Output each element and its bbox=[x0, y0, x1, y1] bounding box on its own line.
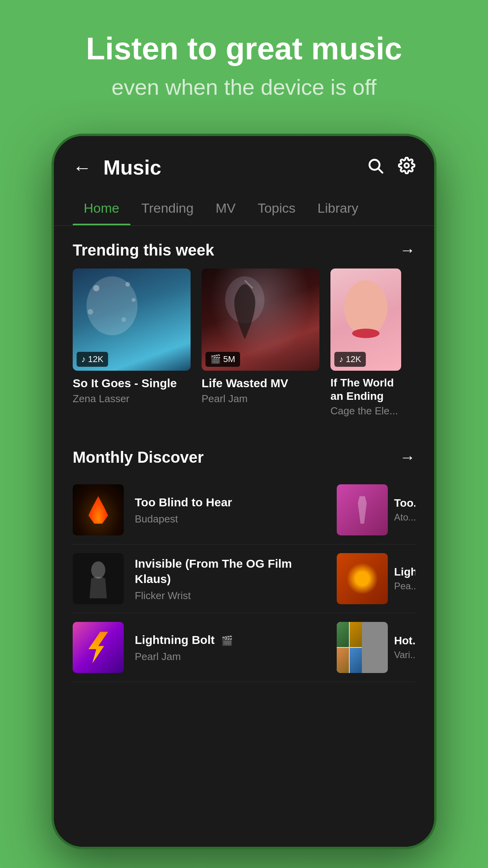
trending-card-title-1: So It Goes - Single bbox=[73, 376, 191, 390]
sun-icon bbox=[347, 563, 378, 594]
monthly-section: Monthly Discover → Too Blind to Hear bbox=[54, 433, 434, 690]
right-title-1: Too... bbox=[394, 497, 415, 509]
app-header: ← Music bbox=[54, 136, 434, 191]
svg-point-4 bbox=[93, 285, 99, 291]
discover-thumb-3 bbox=[73, 622, 124, 673]
hero-title: Listen to great music bbox=[16, 31, 472, 66]
trending-card-artist-2: Pearl Jam bbox=[202, 393, 319, 405]
discover-right-thumb-1 bbox=[337, 484, 388, 535]
header-icons bbox=[367, 157, 415, 178]
trending-thumb-2: 🎬5M bbox=[202, 268, 319, 371]
grid-cell-colorful bbox=[350, 622, 362, 647]
trending-cards-list: ♪12K So It Goes - Single Zena Lasser bbox=[54, 268, 434, 433]
main-content: Trending this week → bbox=[54, 226, 434, 847]
discover-info-1: Too Blind to Hear Budapest bbox=[135, 495, 326, 525]
trending-card-1[interactable]: ♪12K So It Goes - Single Zena Lasser bbox=[73, 268, 191, 417]
svg-point-6 bbox=[132, 298, 136, 302]
discover-right-1: Too... Ato... bbox=[337, 484, 415, 535]
tab-topics[interactable]: Topics bbox=[247, 191, 306, 225]
hero-section: Listen to great music even when the devi… bbox=[0, 0, 488, 124]
trending-thumb-3: ♪12K bbox=[330, 268, 401, 371]
svg-point-2 bbox=[405, 164, 409, 168]
discover-right-thumb-3 bbox=[337, 622, 388, 673]
discover-info-2: Invisible (From The OG Film Klaus) Flick… bbox=[135, 556, 326, 602]
right-info-1: Too... Ato... bbox=[394, 497, 415, 523]
trending-badge-3: ♪12K bbox=[334, 352, 366, 367]
svg-point-8 bbox=[121, 317, 126, 322]
person-icon bbox=[354, 496, 371, 524]
hero-subtitle: even when the device is off bbox=[16, 74, 472, 100]
tab-home[interactable]: Home bbox=[73, 191, 130, 225]
grid-cell-nature bbox=[337, 622, 349, 647]
discover-right-thumb-2 bbox=[337, 553, 388, 604]
discover-right-3: Hot... Vari... bbox=[337, 622, 415, 673]
right-info-2: Ligh... Pea... bbox=[394, 566, 415, 592]
svg-point-5 bbox=[125, 282, 130, 287]
discover-thumb-1 bbox=[73, 484, 124, 535]
trending-card-artist-1: Zena Lasser bbox=[73, 393, 191, 405]
trending-thumb-1: ♪12K bbox=[73, 268, 191, 371]
tab-mv[interactable]: MV bbox=[205, 191, 247, 225]
grid-cell-blue bbox=[350, 648, 362, 673]
discover-artist-1: Budapest bbox=[135, 513, 326, 525]
grid-cell-warm bbox=[337, 648, 349, 673]
phone-device: ← Music Home bbox=[51, 134, 437, 849]
back-button[interactable]: ← bbox=[73, 157, 92, 178]
monthly-section-title: Monthly Discover bbox=[73, 449, 204, 466]
discover-title-1: Too Blind to Hear bbox=[135, 495, 326, 510]
navigation-tabs: Home Trending MV Topics Library bbox=[54, 191, 434, 226]
fire-icon bbox=[88, 496, 108, 524]
discover-row-2[interactable]: Invisible (From The OG Film Klaus) Flick… bbox=[73, 544, 415, 613]
trending-section-header: Trending this week → bbox=[54, 226, 434, 268]
trending-card-title-2: Life Wasted MV bbox=[202, 376, 319, 390]
discover-info-3: Lightning Bolt 🎬 Pearl Jam bbox=[135, 632, 326, 663]
tab-trending[interactable]: Trending bbox=[130, 191, 205, 225]
discover-row-3[interactable]: Lightning Bolt 🎬 Pearl Jam bbox=[73, 613, 415, 682]
right-title-2: Ligh... bbox=[394, 566, 415, 578]
right-info-3: Hot... Vari... bbox=[394, 634, 415, 660]
discover-title-2: Invisible (From The OG Film Klaus) bbox=[135, 556, 326, 587]
phone-screen: ← Music Home bbox=[54, 136, 434, 847]
trending-section-title: Trending this week bbox=[73, 241, 214, 259]
right-title-3: Hot... bbox=[394, 634, 415, 647]
settings-icon[interactable] bbox=[398, 157, 415, 178]
discover-right-2: Ligh... Pea... bbox=[337, 553, 415, 604]
svg-point-13 bbox=[91, 561, 105, 579]
discover-list: Too Blind to Hear Budapest Too... bbox=[54, 476, 434, 682]
search-icon[interactable] bbox=[367, 157, 384, 178]
discover-thumb-2 bbox=[73, 553, 124, 604]
svg-point-7 bbox=[88, 309, 93, 314]
trending-card-artist-3: Cage the Ele... bbox=[330, 405, 401, 417]
page-title: Music bbox=[103, 156, 367, 179]
svg-point-11 bbox=[344, 280, 387, 335]
monthly-section-header: Monthly Discover → bbox=[54, 433, 434, 476]
trending-card-title-3: If The Worldan Ending bbox=[330, 376, 401, 403]
right-artist-2: Pea... bbox=[394, 581, 415, 592]
trending-badge-1: ♪12K bbox=[77, 352, 108, 367]
svg-line-1 bbox=[378, 169, 382, 173]
trending-badge-2: 🎬5M bbox=[205, 352, 240, 367]
discover-title-3: Lightning Bolt 🎬 bbox=[135, 632, 326, 647]
trending-card-2[interactable]: 🎬5M Life Wasted MV Pearl Jam bbox=[202, 268, 319, 417]
svg-point-3 bbox=[86, 276, 138, 335]
lightning-icon bbox=[88, 632, 108, 663]
tab-library[interactable]: Library bbox=[306, 191, 369, 225]
discover-artist-3: Pearl Jam bbox=[135, 651, 326, 663]
video-camera-icon: 🎬 bbox=[221, 635, 233, 646]
discover-artist-2: Flicker Wrist bbox=[135, 590, 326, 602]
right-artist-3: Vari... bbox=[394, 649, 415, 660]
right-artist-1: Ato... bbox=[394, 512, 415, 523]
trending-card-3[interactable]: ♪12K If The Worldan Ending Cage the Ele.… bbox=[330, 268, 401, 417]
monthly-arrow[interactable]: → bbox=[400, 449, 415, 466]
svg-point-12 bbox=[352, 329, 380, 338]
trending-arrow[interactable]: → bbox=[400, 241, 415, 259]
discover-row-1[interactable]: Too Blind to Hear Budapest Too... bbox=[73, 476, 415, 544]
